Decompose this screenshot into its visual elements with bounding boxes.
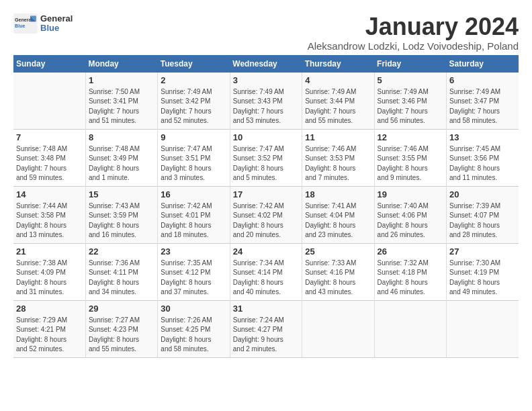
day-number: 15 (89, 189, 154, 199)
calendar-cell: 15Sunrise: 7:43 AM Sunset: 3:59 PM Dayli… (85, 186, 157, 243)
calendar-cell: 23Sunrise: 7:35 AM Sunset: 4:12 PM Dayli… (158, 243, 230, 300)
day-number: 10 (233, 132, 299, 142)
calendar-cell: 8Sunrise: 7:48 AM Sunset: 3:49 PM Daylig… (85, 129, 157, 186)
calendar-cell: 5Sunrise: 7:49 AM Sunset: 3:46 PM Daylig… (374, 73, 446, 130)
day-number: 12 (378, 132, 443, 142)
calendar-cell: 7Sunrise: 7:48 AM Sunset: 3:48 PM Daylig… (13, 129, 85, 186)
day-header-thursday: Thursday (302, 55, 374, 73)
calendar-cell: 10Sunrise: 7:47 AM Sunset: 3:52 PM Dayli… (230, 129, 302, 186)
day-number: 16 (161, 189, 226, 199)
calendar-table: SundayMondayTuesdayWednesdayThursdayFrid… (13, 55, 519, 358)
calendar-cell: 22Sunrise: 7:36 AM Sunset: 4:11 PM Dayli… (85, 243, 157, 300)
calendar-cell: 4Sunrise: 7:49 AM Sunset: 3:44 PM Daylig… (302, 73, 374, 130)
day-info: Sunrise: 7:43 AM Sunset: 3:59 PM Dayligh… (89, 201, 154, 240)
day-number: 21 (16, 246, 83, 257)
day-header-tuesday: Tuesday (158, 55, 230, 73)
calendar-subtitle: Aleksandrow Lodzki, Lodz Voivodeship, Po… (308, 40, 519, 52)
day-info: Sunrise: 7:48 AM Sunset: 3:49 PM Dayligh… (89, 144, 154, 183)
day-header-monday: Monday (85, 55, 157, 73)
day-number: 29 (89, 304, 154, 314)
calendar-cell: 30Sunrise: 7:26 AM Sunset: 4:25 PM Dayli… (158, 300, 230, 357)
day-info: Sunrise: 7:32 AM Sunset: 4:18 PM Dayligh… (378, 259, 443, 298)
calendar-cell (13, 73, 85, 130)
calendar-cell: 29Sunrise: 7:27 AM Sunset: 4:23 PM Dayli… (85, 300, 157, 357)
day-number: 19 (378, 189, 443, 199)
day-info: Sunrise: 7:44 AM Sunset: 3:58 PM Dayligh… (16, 201, 83, 240)
day-header-wednesday: Wednesday (230, 55, 302, 73)
week-row-1: 1Sunrise: 7:50 AM Sunset: 3:41 PM Daylig… (13, 73, 519, 130)
day-info: Sunrise: 7:48 AM Sunset: 3:48 PM Dayligh… (16, 144, 83, 183)
day-number: 7 (16, 132, 83, 142)
day-number: 24 (233, 246, 299, 257)
day-header-saturday: Saturday (447, 55, 519, 73)
day-info: Sunrise: 7:34 AM Sunset: 4:14 PM Dayligh… (233, 259, 299, 298)
day-info: Sunrise: 7:35 AM Sunset: 4:12 PM Dayligh… (161, 259, 226, 298)
calendar-cell: 17Sunrise: 7:42 AM Sunset: 4:02 PM Dayli… (230, 186, 302, 243)
day-number: 30 (161, 304, 226, 314)
day-info: Sunrise: 7:47 AM Sunset: 3:51 PM Dayligh… (161, 144, 226, 183)
day-number: 28 (16, 304, 83, 314)
day-info: Sunrise: 7:49 AM Sunset: 3:44 PM Dayligh… (305, 87, 371, 126)
day-number: 31 (233, 304, 299, 314)
day-number: 3 (233, 75, 299, 85)
day-number: 8 (89, 132, 154, 142)
calendar-cell: 1Sunrise: 7:50 AM Sunset: 3:41 PM Daylig… (85, 73, 157, 130)
day-info: Sunrise: 7:45 AM Sunset: 3:56 PM Dayligh… (449, 144, 516, 183)
calendar-cell: 26Sunrise: 7:32 AM Sunset: 4:18 PM Dayli… (374, 243, 446, 300)
day-info: Sunrise: 7:24 AM Sunset: 4:27 PM Dayligh… (233, 316, 299, 355)
calendar-cell (302, 300, 374, 357)
calendar-cell: 27Sunrise: 7:30 AM Sunset: 4:19 PM Dayli… (447, 243, 519, 300)
logo-icon: General Blue (13, 13, 38, 34)
day-info: Sunrise: 7:49 AM Sunset: 3:47 PM Dayligh… (449, 87, 516, 126)
logo-text-line1: General (40, 14, 73, 24)
day-info: Sunrise: 7:46 AM Sunset: 3:53 PM Dayligh… (305, 144, 371, 183)
calendar-cell (374, 300, 446, 357)
calendar-cell: 21Sunrise: 7:38 AM Sunset: 4:09 PM Dayli… (13, 243, 85, 300)
calendar-cell: 19Sunrise: 7:40 AM Sunset: 4:06 PM Dayli… (374, 186, 446, 243)
day-number: 22 (89, 246, 154, 257)
calendar-cell: 24Sunrise: 7:34 AM Sunset: 4:14 PM Dayli… (230, 243, 302, 300)
day-number: 2 (161, 75, 226, 85)
day-info: Sunrise: 7:49 AM Sunset: 3:43 PM Dayligh… (233, 87, 299, 126)
day-number: 27 (449, 246, 516, 257)
day-number: 9 (161, 132, 226, 142)
calendar-cell: 16Sunrise: 7:42 AM Sunset: 4:01 PM Dayli… (158, 186, 230, 243)
day-info: Sunrise: 7:49 AM Sunset: 3:42 PM Dayligh… (161, 87, 226, 126)
calendar-cell: 12Sunrise: 7:46 AM Sunset: 3:55 PM Dayli… (374, 129, 446, 186)
calendar-title: January 2024 (308, 13, 519, 40)
day-info: Sunrise: 7:27 AM Sunset: 4:23 PM Dayligh… (89, 316, 154, 355)
title-block: January 2024 Aleksandrow Lodzki, Lodz Vo… (308, 13, 519, 52)
day-info: Sunrise: 7:42 AM Sunset: 4:01 PM Dayligh… (161, 201, 226, 240)
logo: General Blue General Blue (13, 13, 73, 34)
day-info: Sunrise: 7:36 AM Sunset: 4:11 PM Dayligh… (89, 259, 154, 298)
calendar-cell: 25Sunrise: 7:33 AM Sunset: 4:16 PM Dayli… (302, 243, 374, 300)
day-info: Sunrise: 7:33 AM Sunset: 4:16 PM Dayligh… (305, 259, 371, 298)
week-row-5: 28Sunrise: 7:29 AM Sunset: 4:21 PM Dayli… (13, 300, 519, 357)
day-number: 23 (161, 246, 226, 257)
day-info: Sunrise: 7:46 AM Sunset: 3:55 PM Dayligh… (378, 144, 443, 183)
calendar-cell: 6Sunrise: 7:49 AM Sunset: 3:47 PM Daylig… (447, 73, 519, 130)
calendar-cell: 13Sunrise: 7:45 AM Sunset: 3:56 PM Dayli… (447, 129, 519, 186)
week-row-2: 7Sunrise: 7:48 AM Sunset: 3:48 PM Daylig… (13, 129, 519, 186)
day-number: 26 (378, 246, 443, 257)
calendar-cell: 31Sunrise: 7:24 AM Sunset: 4:27 PM Dayli… (230, 300, 302, 357)
logo-text-line2: Blue (40, 24, 73, 33)
calendar-cell: 20Sunrise: 7:39 AM Sunset: 4:07 PM Dayli… (447, 186, 519, 243)
header-row: SundayMondayTuesdayWednesdayThursdayFrid… (13, 55, 519, 73)
calendar-cell: 3Sunrise: 7:49 AM Sunset: 3:43 PM Daylig… (230, 73, 302, 130)
svg-text:Blue: Blue (15, 24, 25, 28)
day-number: 1 (89, 75, 154, 85)
day-info: Sunrise: 7:29 AM Sunset: 4:21 PM Dayligh… (16, 316, 83, 355)
page-header: General Blue General Blue January 2024 A… (13, 13, 519, 52)
day-info: Sunrise: 7:40 AM Sunset: 4:06 PM Dayligh… (378, 201, 443, 240)
day-number: 13 (449, 132, 516, 142)
day-number: 6 (449, 75, 516, 85)
calendar-cell: 18Sunrise: 7:41 AM Sunset: 4:04 PM Dayli… (302, 186, 374, 243)
day-number: 20 (449, 189, 516, 199)
calendar-cell: 14Sunrise: 7:44 AM Sunset: 3:58 PM Dayli… (13, 186, 85, 243)
day-info: Sunrise: 7:38 AM Sunset: 4:09 PM Dayligh… (16, 259, 83, 298)
day-info: Sunrise: 7:50 AM Sunset: 3:41 PM Dayligh… (89, 87, 154, 126)
day-number: 11 (305, 132, 371, 142)
calendar-cell: 2Sunrise: 7:49 AM Sunset: 3:42 PM Daylig… (158, 73, 230, 130)
day-header-friday: Friday (374, 55, 446, 73)
